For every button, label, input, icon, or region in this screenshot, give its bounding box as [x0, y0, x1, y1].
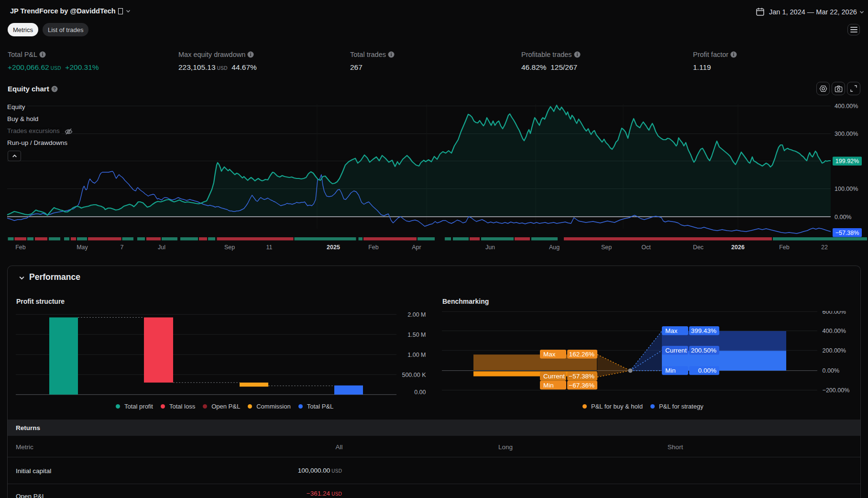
svg-text:Max: Max	[543, 351, 556, 358]
svg-text:399.43%: 399.43%	[691, 327, 716, 334]
svg-text:400.00%: 400.00%	[835, 103, 858, 110]
svg-text:Jun: Jun	[485, 244, 495, 251]
svg-text:400.00%: 400.00%	[823, 328, 846, 334]
svg-text:2026: 2026	[731, 244, 745, 251]
svg-text:Sep: Sep	[601, 244, 612, 251]
svg-text:Min: Min	[543, 382, 554, 389]
svg-text:Max: Max	[665, 327, 678, 334]
svg-text:Current: Current	[543, 373, 565, 380]
svg-text:199.92%: 199.92%	[835, 158, 859, 165]
svg-text:Sep: Sep	[224, 244, 235, 251]
svg-text:−67.36%: −67.36%	[569, 382, 594, 389]
svg-text:1.50 M: 1.50 M	[407, 332, 426, 338]
svg-text:300.00%: 300.00%	[835, 131, 858, 137]
svg-text:162.26%: 162.26%	[569, 351, 594, 358]
svg-text:−57.38%: −57.38%	[569, 373, 594, 380]
svg-text:Oct: Oct	[641, 244, 651, 251]
svg-text:500.00 K: 500.00 K	[402, 372, 426, 378]
svg-text:Feb: Feb	[368, 244, 379, 251]
svg-text:0.00%: 0.00%	[823, 367, 839, 374]
svg-text:22: 22	[821, 244, 828, 251]
svg-text:200.00%: 200.00%	[823, 347, 846, 354]
svg-text:May: May	[77, 244, 88, 251]
svg-text:0.00%: 0.00%	[835, 214, 851, 221]
svg-text:200.50%: 200.50%	[691, 347, 716, 354]
svg-text:Feb: Feb	[15, 244, 26, 251]
svg-text:600.00%: 600.00%	[823, 311, 846, 315]
svg-text:0.00%: 0.00%	[698, 367, 716, 374]
svg-text:Feb: Feb	[779, 244, 790, 251]
svg-text:Aug: Aug	[549, 244, 560, 251]
svg-text:?: ?	[53, 86, 56, 91]
svg-text:0.00: 0.00	[414, 389, 426, 396]
svg-text:Jul: Jul	[158, 244, 165, 251]
svg-text:Dec: Dec	[693, 244, 703, 251]
svg-text:7: 7	[121, 244, 124, 251]
svg-text:Min: Min	[665, 367, 676, 374]
svg-text:−57.38%: −57.38%	[835, 230, 859, 236]
svg-text:1.00 M: 1.00 M	[407, 352, 426, 358]
svg-text:Apr: Apr	[412, 244, 421, 251]
svg-text:11: 11	[266, 244, 273, 251]
svg-text:2025: 2025	[327, 244, 340, 251]
svg-text:Current: Current	[665, 347, 687, 354]
svg-text:2.00 M: 2.00 M	[407, 311, 426, 318]
svg-text:−200.00%: −200.00%	[823, 387, 850, 394]
svg-text:100.00%: 100.00%	[835, 186, 858, 192]
